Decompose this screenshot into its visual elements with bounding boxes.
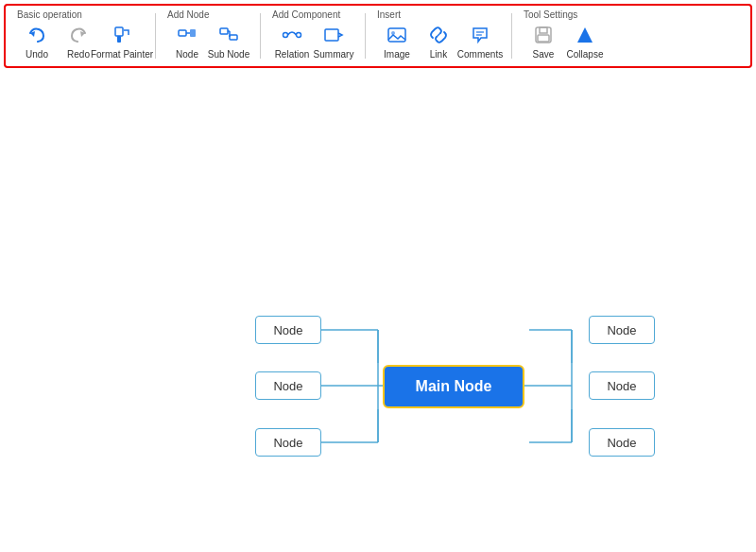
undo-icon bbox=[26, 25, 47, 48]
svg-rect-2 bbox=[115, 27, 123, 36]
sub-node-button[interactable]: Sub Node bbox=[209, 23, 249, 61]
group-label-tool-settings: Tool Settings bbox=[524, 9, 577, 20]
toolbar-group-add-node: Add Node Node Sub Node bbox=[162, 9, 254, 62]
collapse-button[interactable]: Collapse bbox=[565, 23, 605, 61]
toolbar-buttons-insert: Image Link Comments bbox=[377, 22, 500, 62]
link-label: Link bbox=[430, 49, 447, 60]
toolbar-buttons-basic: Undo Redo Format Painter bbox=[17, 22, 144, 62]
svg-rect-4 bbox=[179, 30, 186, 36]
collapse-label: Collapse bbox=[567, 49, 604, 60]
comments-button[interactable]: Comments bbox=[460, 23, 500, 61]
relation-button[interactable]: Relation bbox=[272, 23, 312, 61]
separator-2 bbox=[260, 13, 261, 59]
left-node-3[interactable]: Node bbox=[255, 428, 321, 457]
save-button[interactable]: Save bbox=[524, 23, 563, 61]
left-node-2[interactable]: Node bbox=[255, 371, 321, 400]
group-label-add-component: Add Component bbox=[272, 9, 340, 20]
comments-icon bbox=[470, 25, 490, 48]
svg-point-11 bbox=[284, 33, 288, 38]
svg-rect-7 bbox=[220, 28, 228, 34]
svg-rect-10 bbox=[230, 35, 237, 40]
image-button[interactable]: Image bbox=[377, 23, 417, 61]
svg-rect-20 bbox=[540, 27, 547, 33]
undo-button[interactable]: Undo bbox=[17, 23, 57, 61]
image-label: Image bbox=[384, 49, 410, 60]
format-painter-button[interactable]: Format Painter bbox=[100, 23, 144, 61]
separator-4 bbox=[511, 13, 512, 59]
right-node-2[interactable]: Node bbox=[589, 371, 655, 400]
node-icon bbox=[177, 25, 198, 48]
summary-button[interactable]: Summary bbox=[314, 23, 353, 61]
sub-node-label: Sub Node bbox=[208, 49, 249, 60]
group-label-basic-operation: Basic operation bbox=[17, 9, 82, 20]
undo-label: Undo bbox=[26, 49, 48, 60]
redo-icon bbox=[68, 25, 89, 48]
format-painter-label: Format Painter bbox=[91, 49, 153, 60]
comments-label: Comments bbox=[457, 49, 503, 60]
relation-label: Relation bbox=[275, 49, 310, 60]
image-icon bbox=[387, 25, 407, 48]
svg-rect-13 bbox=[325, 29, 338, 41]
save-label: Save bbox=[533, 49, 555, 60]
relation-icon bbox=[282, 25, 302, 48]
toolbar-group-tool-settings: Tool Settings Save Collapse bbox=[518, 9, 610, 62]
svg-point-12 bbox=[297, 33, 301, 38]
node-label: Node bbox=[176, 49, 198, 60]
group-label-insert: Insert bbox=[377, 9, 401, 20]
right-node-3[interactable]: Node bbox=[589, 428, 655, 457]
format-painter-icon bbox=[112, 25, 132, 48]
right-node-1[interactable]: Node bbox=[589, 316, 655, 344]
link-icon bbox=[428, 25, 449, 48]
svg-rect-6 bbox=[190, 29, 196, 37]
toolbar-buttons-add-node: Node Sub Node bbox=[167, 22, 249, 62]
toolbar-buttons-add-component: Relation Summary bbox=[272, 22, 353, 62]
toolbar-group-insert: Insert Image Link Comments bbox=[371, 9, 506, 62]
redo-label: Redo bbox=[67, 49, 90, 60]
group-label-add-node: Add Node bbox=[167, 9, 209, 20]
save-icon bbox=[533, 25, 554, 48]
summary-label: Summary bbox=[314, 49, 354, 60]
toolbar-buttons-tool-settings: Save Collapse bbox=[524, 22, 605, 62]
mindmap-svg bbox=[0, 74, 756, 552]
separator-1 bbox=[155, 13, 156, 59]
main-node[interactable]: Main Node bbox=[383, 365, 524, 408]
toolbar: Basic operation Undo Redo Fo bbox=[4, 4, 752, 68]
left-node-1[interactable]: Node bbox=[255, 316, 321, 344]
toolbar-group-basic-operation: Basic operation Undo Redo Fo bbox=[11, 9, 149, 62]
summary-icon bbox=[323, 25, 344, 48]
canvas: Node Node Node Main Node Node Node Node bbox=[0, 74, 756, 552]
toolbar-group-add-component: Add Component Relation Summary bbox=[266, 9, 359, 62]
svg-marker-22 bbox=[577, 27, 593, 43]
separator-3 bbox=[365, 13, 366, 59]
svg-rect-3 bbox=[117, 36, 121, 43]
sub-node-icon bbox=[218, 25, 239, 48]
link-button[interactable]: Link bbox=[419, 23, 458, 61]
node-button[interactable]: Node bbox=[167, 23, 207, 61]
collapse-icon bbox=[575, 25, 595, 48]
svg-rect-21 bbox=[538, 35, 549, 42]
svg-line-16 bbox=[437, 33, 440, 37]
svg-rect-14 bbox=[388, 28, 405, 42]
